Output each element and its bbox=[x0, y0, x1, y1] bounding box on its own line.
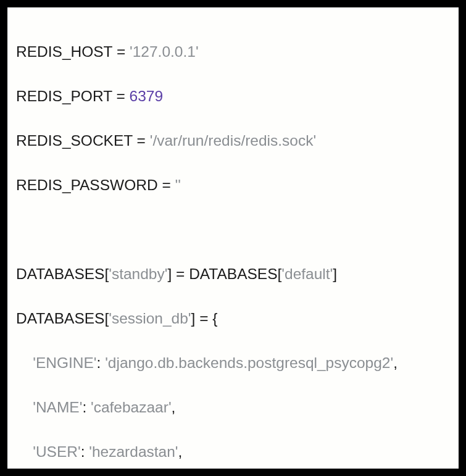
operator-equals: = bbox=[112, 88, 130, 104]
operator-equals: = bbox=[195, 310, 212, 327]
string-literal: 'session_db' bbox=[109, 310, 191, 327]
identifier: REDIS_PORT bbox=[16, 88, 112, 104]
screenshot-frame: REDIS_HOST = '127.0.0.1' REDIS_PORT = 63… bbox=[0, 0, 466, 476]
operator-equals: = bbox=[112, 43, 130, 60]
indent bbox=[16, 443, 33, 460]
string-literal: '/var/run/redis/redis.sock' bbox=[150, 132, 316, 149]
brace-open: { bbox=[212, 310, 217, 327]
colon: : bbox=[82, 399, 91, 415]
code-line: DATABASES['standby'] = DATABASES['defaul… bbox=[16, 263, 450, 285]
string-literal: 'hezardastan' bbox=[89, 443, 178, 460]
code-line: REDIS_HOST = '127.0.0.1' bbox=[16, 41, 450, 63]
bracket: ] bbox=[333, 265, 337, 282]
identifier: REDIS_SOCKET bbox=[16, 132, 133, 149]
dict-key: 'NAME' bbox=[33, 399, 82, 415]
code-line: REDIS_PASSWORD = '' bbox=[16, 174, 450, 196]
code-line: 'NAME': 'cafebazaar', bbox=[16, 396, 450, 419]
string-literal: 'django.db.backends.postgresql_psycopg2' bbox=[105, 354, 393, 371]
colon: : bbox=[81, 443, 89, 460]
comma: , bbox=[172, 399, 176, 415]
indent bbox=[16, 354, 33, 371]
code-line: REDIS_PORT = 6379 bbox=[16, 85, 450, 107]
code-line: REDIS_SOCKET = '/var/run/redis/redis.soc… bbox=[16, 130, 450, 152]
operator-equals: = bbox=[133, 132, 150, 149]
identifier: REDIS_HOST bbox=[16, 43, 112, 60]
number-literal: 6379 bbox=[130, 88, 164, 104]
comma: , bbox=[178, 443, 183, 460]
identifier: REDIS_PASSWORD bbox=[16, 177, 158, 193]
identifier: DATABASES[ bbox=[16, 265, 109, 282]
dict-key: 'ENGINE' bbox=[33, 354, 96, 371]
indent bbox=[16, 399, 33, 415]
string-literal: '127.0.0.1' bbox=[130, 43, 199, 60]
identifier: DATABASES[ bbox=[16, 310, 109, 327]
string-literal: 'standby' bbox=[109, 265, 167, 282]
comma: , bbox=[393, 354, 397, 371]
blank-line bbox=[16, 219, 450, 241]
identifier: DATABASES[ bbox=[189, 265, 281, 282]
string-literal: 'cafebazaar' bbox=[91, 399, 172, 415]
code-block: REDIS_HOST = '127.0.0.1' REDIS_PORT = 63… bbox=[7, 7, 459, 469]
dict-key: 'USER' bbox=[33, 443, 80, 460]
colon: : bbox=[97, 354, 106, 371]
string-literal: 'default' bbox=[281, 265, 333, 282]
operator-equals: = bbox=[172, 265, 189, 282]
code-line: 'ENGINE': 'django.db.backends.postgresql… bbox=[16, 352, 450, 374]
operator-equals: = bbox=[158, 177, 175, 193]
code-line: DATABASES['session_db'] = { bbox=[16, 307, 450, 330]
string-literal: '' bbox=[175, 177, 181, 193]
code-line: 'USER': 'hezardastan', bbox=[16, 441, 450, 463]
